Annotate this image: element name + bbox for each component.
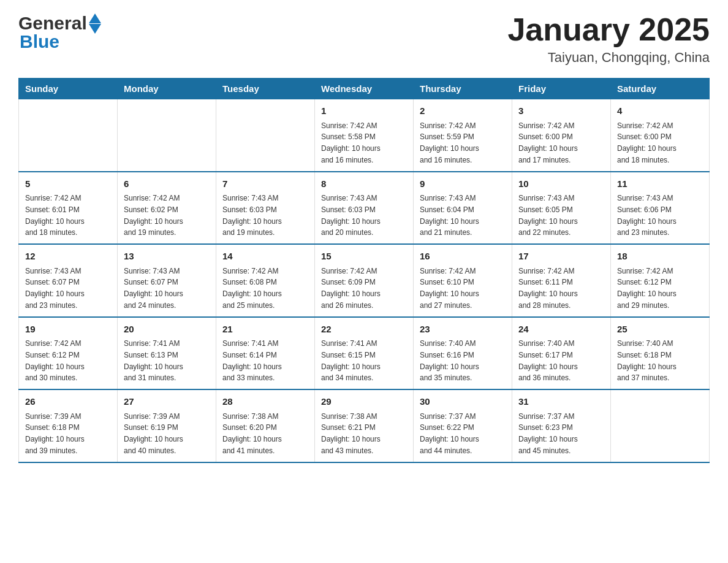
calendar-cell: 9Sunrise: 7:43 AM Sunset: 6:04 PM Daylig… xyxy=(414,172,512,245)
calendar-cell: 27Sunrise: 7:39 AM Sunset: 6:19 PM Dayli… xyxy=(118,389,216,462)
calendar-cell: 19Sunrise: 7:42 AM Sunset: 6:12 PM Dayli… xyxy=(19,317,118,390)
weekday-header-wednesday: Wednesday xyxy=(315,79,414,99)
day-info: Sunrise: 7:42 AM Sunset: 6:08 PM Dayligh… xyxy=(222,267,282,310)
day-info: Sunrise: 7:40 AM Sunset: 6:16 PM Dayligh… xyxy=(420,339,479,382)
weekday-header-monday: Monday xyxy=(118,79,216,99)
day-info: Sunrise: 7:42 AM Sunset: 6:10 PM Dayligh… xyxy=(420,267,479,310)
day-info: Sunrise: 7:42 AM Sunset: 5:58 PM Dayligh… xyxy=(321,121,381,164)
calendar-week-row: 12Sunrise: 7:43 AM Sunset: 6:07 PM Dayli… xyxy=(19,244,710,317)
calendar-cell xyxy=(19,99,118,172)
day-info: Sunrise: 7:42 AM Sunset: 6:00 PM Dayligh… xyxy=(518,121,578,164)
day-info: Sunrise: 7:42 AM Sunset: 6:11 PM Dayligh… xyxy=(518,267,578,310)
calendar-cell: 3Sunrise: 7:42 AM Sunset: 6:00 PM Daylig… xyxy=(512,99,611,172)
calendar-cell xyxy=(216,99,315,172)
day-info: Sunrise: 7:37 AM Sunset: 6:22 PM Dayligh… xyxy=(420,412,479,455)
calendar-cell: 31Sunrise: 7:37 AM Sunset: 6:23 PM Dayli… xyxy=(512,389,611,462)
day-number: 10 xyxy=(518,177,604,191)
day-info: Sunrise: 7:39 AM Sunset: 6:18 PM Dayligh… xyxy=(25,412,85,455)
calendar-cell: 16Sunrise: 7:42 AM Sunset: 6:10 PM Dayli… xyxy=(414,244,512,317)
calendar-cell: 29Sunrise: 7:38 AM Sunset: 6:21 PM Dayli… xyxy=(315,389,414,462)
day-info: Sunrise: 7:39 AM Sunset: 6:19 PM Dayligh… xyxy=(124,412,183,455)
calendar-cell: 13Sunrise: 7:43 AM Sunset: 6:07 PM Dayli… xyxy=(118,244,216,317)
calendar-week-row: 19Sunrise: 7:42 AM Sunset: 6:12 PM Dayli… xyxy=(19,317,710,390)
weekday-header-row: SundayMondayTuesdayWednesdayThursdayFrid… xyxy=(19,79,710,99)
day-info: Sunrise: 7:41 AM Sunset: 6:15 PM Dayligh… xyxy=(321,339,381,382)
logo-triangle-up-icon xyxy=(89,13,101,23)
calendar-cell: 23Sunrise: 7:40 AM Sunset: 6:16 PM Dayli… xyxy=(414,317,512,390)
weekday-header-sunday: Sunday xyxy=(19,79,118,99)
weekday-header-saturday: Saturday xyxy=(611,79,710,99)
day-number: 31 xyxy=(518,395,604,409)
day-number: 16 xyxy=(420,250,506,264)
calendar-cell: 7Sunrise: 7:43 AM Sunset: 6:03 PM Daylig… xyxy=(216,172,315,245)
day-number: 19 xyxy=(25,323,111,337)
logo-triangle-down-icon xyxy=(89,24,101,34)
calendar-cell: 2Sunrise: 7:42 AM Sunset: 5:59 PM Daylig… xyxy=(414,99,512,172)
calendar-cell: 10Sunrise: 7:43 AM Sunset: 6:05 PM Dayli… xyxy=(512,172,611,245)
logo-general-text: General xyxy=(18,13,87,34)
day-number: 21 xyxy=(222,323,308,337)
day-info: Sunrise: 7:43 AM Sunset: 6:06 PM Dayligh… xyxy=(617,194,677,237)
day-number: 24 xyxy=(518,323,604,337)
day-info: Sunrise: 7:40 AM Sunset: 6:18 PM Dayligh… xyxy=(617,339,677,382)
calendar-cell: 24Sunrise: 7:40 AM Sunset: 6:17 PM Dayli… xyxy=(512,317,611,390)
day-info: Sunrise: 7:41 AM Sunset: 6:14 PM Dayligh… xyxy=(222,339,282,382)
calendar-cell: 14Sunrise: 7:42 AM Sunset: 6:08 PM Dayli… xyxy=(216,244,315,317)
day-number: 4 xyxy=(617,104,703,118)
day-number: 30 xyxy=(420,395,506,409)
day-number: 26 xyxy=(25,395,111,409)
day-info: Sunrise: 7:42 AM Sunset: 6:02 PM Dayligh… xyxy=(124,194,183,237)
day-number: 15 xyxy=(321,250,407,264)
calendar-week-row: 1Sunrise: 7:42 AM Sunset: 5:58 PM Daylig… xyxy=(19,99,710,172)
calendar-table: SundayMondayTuesdayWednesdayThursdayFrid… xyxy=(18,78,710,463)
day-number: 7 xyxy=(222,177,308,191)
calendar-cell: 17Sunrise: 7:42 AM Sunset: 6:11 PM Dayli… xyxy=(512,244,611,317)
day-number: 20 xyxy=(124,323,210,337)
day-number: 18 xyxy=(617,250,703,264)
calendar-cell: 1Sunrise: 7:42 AM Sunset: 5:58 PM Daylig… xyxy=(315,99,414,172)
day-info: Sunrise: 7:43 AM Sunset: 6:07 PM Dayligh… xyxy=(124,267,183,310)
calendar-cell: 26Sunrise: 7:39 AM Sunset: 6:18 PM Dayli… xyxy=(19,389,118,462)
logo: General Blue xyxy=(18,12,101,52)
day-number: 14 xyxy=(222,250,308,264)
day-info: Sunrise: 7:42 AM Sunset: 5:59 PM Dayligh… xyxy=(420,121,479,164)
day-info: Sunrise: 7:42 AM Sunset: 6:12 PM Dayligh… xyxy=(25,339,85,382)
day-number: 25 xyxy=(617,323,703,337)
calendar-cell: 11Sunrise: 7:43 AM Sunset: 6:06 PM Dayli… xyxy=(611,172,710,245)
calendar-cell: 12Sunrise: 7:43 AM Sunset: 6:07 PM Dayli… xyxy=(19,244,118,317)
weekday-header-friday: Friday xyxy=(512,79,611,99)
day-info: Sunrise: 7:40 AM Sunset: 6:17 PM Dayligh… xyxy=(518,339,578,382)
weekday-header-tuesday: Tuesday xyxy=(216,79,315,99)
calendar-cell xyxy=(118,99,216,172)
calendar-title: January 2025 xyxy=(507,12,710,47)
day-number: 9 xyxy=(420,177,506,191)
day-number: 23 xyxy=(420,323,506,337)
page-header: General Blue January 2025 Taiyuan, Chong… xyxy=(18,12,710,66)
day-info: Sunrise: 7:43 AM Sunset: 6:04 PM Dayligh… xyxy=(420,194,479,237)
day-info: Sunrise: 7:42 AM Sunset: 6:01 PM Dayligh… xyxy=(25,194,85,237)
day-number: 8 xyxy=(321,177,407,191)
calendar-cell: 20Sunrise: 7:41 AM Sunset: 6:13 PM Dayli… xyxy=(118,317,216,390)
day-number: 22 xyxy=(321,323,407,337)
day-number: 1 xyxy=(321,104,407,118)
day-info: Sunrise: 7:41 AM Sunset: 6:13 PM Dayligh… xyxy=(124,339,183,382)
day-number: 28 xyxy=(222,395,308,409)
day-info: Sunrise: 7:42 AM Sunset: 6:00 PM Dayligh… xyxy=(617,121,677,164)
day-info: Sunrise: 7:43 AM Sunset: 6:03 PM Dayligh… xyxy=(321,194,381,237)
day-number: 6 xyxy=(124,177,210,191)
day-number: 12 xyxy=(25,250,111,264)
calendar-cell: 18Sunrise: 7:42 AM Sunset: 6:12 PM Dayli… xyxy=(611,244,710,317)
day-info: Sunrise: 7:42 AM Sunset: 6:12 PM Dayligh… xyxy=(617,267,677,310)
day-number: 29 xyxy=(321,395,407,409)
day-number: 2 xyxy=(420,104,506,118)
day-info: Sunrise: 7:43 AM Sunset: 6:07 PM Dayligh… xyxy=(25,267,85,310)
day-number: 27 xyxy=(124,395,210,409)
day-number: 5 xyxy=(25,177,111,191)
weekday-header-thursday: Thursday xyxy=(414,79,512,99)
day-number: 17 xyxy=(518,250,604,264)
calendar-cell xyxy=(611,389,710,462)
calendar-subtitle: Taiyuan, Chongqing, China xyxy=(507,50,710,66)
calendar-cell: 5Sunrise: 7:42 AM Sunset: 6:01 PM Daylig… xyxy=(19,172,118,245)
calendar-cell: 15Sunrise: 7:42 AM Sunset: 6:09 PM Dayli… xyxy=(315,244,414,317)
calendar-cell: 22Sunrise: 7:41 AM Sunset: 6:15 PM Dayli… xyxy=(315,317,414,390)
